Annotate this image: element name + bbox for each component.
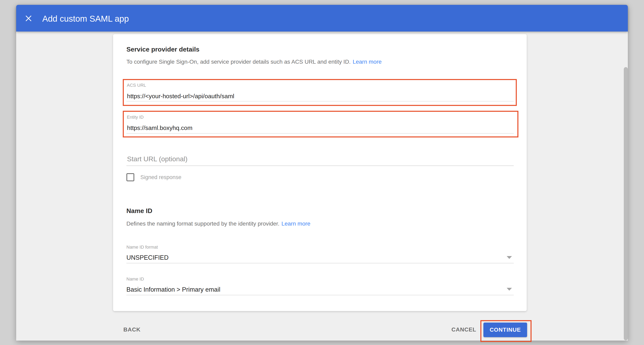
acs-url-input[interactable]: [127, 93, 511, 100]
screen: Add custom SAML app Service provider det…: [0, 0, 644, 345]
service-provider-description-text: To configure Single Sign-On, add service…: [126, 59, 351, 65]
start-url-underline: [126, 166, 514, 166]
back-button[interactable]: BACK: [124, 326, 140, 333]
dialog-body: Service provider details To configure Si…: [16, 31, 628, 341]
vertical-scrollbar[interactable]: [624, 67, 628, 340]
learn-more-link-sso[interactable]: Learn more: [353, 59, 382, 65]
service-provider-card: Service provider details To configure Si…: [113, 34, 527, 311]
name-id-select-label: Name ID: [126, 277, 144, 282]
name-id-format-underline: [126, 263, 514, 263]
entity-id-underline: [126, 133, 514, 134]
entity-id-label: Entity ID: [127, 115, 144, 120]
acs-url-label: ACS URL: [127, 83, 146, 88]
chevron-down-icon[interactable]: [507, 288, 512, 291]
cancel-button[interactable]: CANCEL: [452, 326, 476, 333]
close-icon[interactable]: [25, 14, 32, 22]
learn-more-link-name-id[interactable]: Learn more: [281, 221, 310, 227]
name-id-heading: Name ID: [126, 207, 152, 215]
name-id-format-label: Name ID format: [126, 245, 158, 250]
name-id-description: Defines the naming format supported by t…: [126, 220, 310, 227]
dialog-header: Add custom SAML app: [16, 5, 628, 31]
name-id-select[interactable]: Basic Information > Primary email: [126, 286, 220, 293]
acs-url-annotation: [123, 79, 517, 106]
acs-url-underline: [126, 101, 514, 101]
entity-id-input[interactable]: [127, 124, 511, 131]
service-provider-heading: Service provider details: [126, 45, 200, 53]
name-id-description-text: Defines the naming format supported by t…: [126, 221, 279, 227]
dialog-title: Add custom SAML app: [42, 14, 129, 24]
signed-response-label: Signed response: [140, 174, 182, 180]
name-id-format-select[interactable]: UNSPECIFIED: [126, 254, 168, 261]
start-url-input[interactable]: [127, 155, 511, 163]
chevron-down-icon[interactable]: [507, 256, 512, 259]
continue-button[interactable]: CONTINUE: [484, 323, 527, 337]
name-id-underline: [126, 295, 514, 295]
add-custom-saml-app-dialog: Add custom SAML app Service provider det…: [16, 5, 628, 341]
signed-response-checkbox[interactable]: [126, 173, 134, 181]
service-provider-description: To configure Single Sign-On, add service…: [126, 58, 382, 65]
